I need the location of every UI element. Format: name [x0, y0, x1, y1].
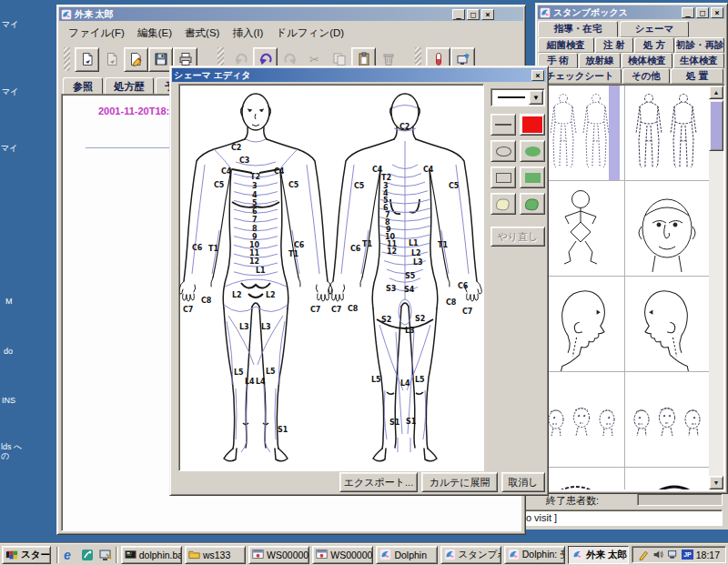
close-button[interactable]: × [711, 7, 723, 18]
desktop-icon-label[interactable]: M [5, 297, 29, 306]
tab-sonota[interactable]: その他 [622, 68, 670, 84]
stamp-thumbnail-profile-left[interactable] [625, 277, 709, 371]
taskbar-button-ws133[interactable]: ws133 [185, 546, 246, 564]
taskbar-button-ws000003[interactable]: WS000003... [248, 546, 309, 564]
jp-input-indicator[interactable]: JP [682, 550, 693, 560]
stamp-thumbnail-dome-flange[interactable] [625, 468, 709, 489]
tab-shochi[interactable]: 処 置 [671, 68, 723, 84]
new-document-button[interactable] [75, 47, 99, 72]
taskbar-button-dolphin[interactable]: Dolphin [376, 546, 437, 564]
main-titlebar[interactable]: 外来 太郎 _ □ × [59, 7, 523, 21]
scroll-down-button[interactable]: ▼ [709, 476, 723, 489]
svg-text:12: 12 [387, 247, 397, 256]
pen-icon[interactable] [638, 549, 650, 560]
toolbar-grip[interactable] [64, 47, 70, 71]
taskbar-button-dolphin-reception[interactable]: Dolphin: 受... [504, 546, 565, 564]
scrollbar-thumb[interactable] [709, 100, 723, 151]
taskbar-separator [116, 547, 118, 563]
ellipse-fill-tool-button[interactable] [520, 140, 545, 162]
line-tool-button[interactable] [490, 114, 516, 136]
taskbar-button-gairai-taro[interactable]: 外来 太郎 [568, 546, 629, 564]
computer-icon[interactable] [667, 549, 679, 560]
start-button[interactable]: スタート [2, 546, 51, 564]
close-icon[interactable]: × [531, 70, 544, 81]
menu-insert[interactable]: 挿入(I) [227, 25, 268, 41]
rect-fill-tool-button[interactable] [520, 166, 545, 188]
expand-to-chart-button[interactable]: カルテに展開 [421, 472, 498, 492]
menu-dolphin[interactable]: ドルフィン(D) [270, 25, 349, 41]
channels-icon[interactable] [80, 548, 95, 562]
tab-houshasen[interactable]: 放射線 [579, 53, 621, 68]
svg-text:L4: L4 [256, 378, 266, 386]
menu-edit[interactable]: 編集(E) [132, 25, 177, 41]
svg-text:C8: C8 [201, 297, 212, 305]
minimize-button[interactable]: _ [452, 9, 465, 20]
maximize-button[interactable]: □ [467, 9, 480, 20]
stampbox-titlebar[interactable]: スタンプボックス _ □ × [538, 5, 725, 19]
desktop-icon-label[interactable]: マイ [1, 144, 25, 153]
chevron-down-icon[interactable]: ▼ [529, 90, 543, 105]
clock[interactable]: 18:17 [696, 550, 720, 560]
show-desktop-icon[interactable] [98, 548, 113, 562]
tab-saikin-kensa[interactable]: 細菌検査 [538, 37, 594, 53]
redo-alt-icon [283, 52, 298, 66]
taskbar-separator [56, 547, 59, 563]
stamp-list-scrollbar[interactable]: ▲ ▼ [709, 86, 723, 489]
stamp-thumbnail-three-heads[interactable] [540, 372, 624, 467]
tab-schema[interactable]: シェーマ [620, 21, 689, 37]
tab-kentai-kensa[interactable]: 検体検査 [622, 53, 672, 68]
front-dermatome-labels: C2C3C4C4C5C5T23456789101112L1C6T1C6T1C8C… [183, 144, 320, 434]
schema-canvas[interactable]: C2C3C4C4C5C5T23456789101112L1C6T1C6T1C8C… [178, 84, 484, 471]
stamp-thumbnail-body[interactable] [625, 86, 709, 180]
svg-text:S5: S5 [405, 272, 416, 280]
menu-file[interactable]: ファイル(F) [63, 25, 130, 41]
speaker-icon[interactable] [652, 549, 664, 560]
stamp-thumbnail-profile-right[interactable] [540, 277, 624, 371]
tab-shidou-zaitaku[interactable]: 指導・在宅 [538, 21, 618, 37]
tab-chusha[interactable]: 注 射 [595, 37, 633, 53]
menu-format[interactable]: 書式(S) [179, 25, 225, 41]
finished-patients-field[interactable] [637, 493, 723, 506]
scroll-up-button[interactable]: ▲ [709, 86, 723, 99]
taskbar-button-stampbox[interactable]: スタンプボッ... [440, 546, 501, 564]
desktop-icon-label[interactable]: マイ [2, 20, 25, 29]
maximize-button[interactable]: □ [696, 7, 709, 18]
export-button[interactable]: エクスポート... [339, 472, 418, 492]
add-document-button[interactable] [99, 47, 124, 72]
current-color-swatch[interactable] [520, 114, 545, 136]
polygon-fill-tool-button[interactable] [520, 193, 545, 215]
line-style-select[interactable]: ▼ [490, 88, 545, 106]
cancel-button[interactable]: 取消し [501, 472, 545, 492]
winshot-icon [316, 549, 328, 560]
rect-tool-button[interactable] [490, 166, 516, 188]
redo-button[interactable]: やり直し [490, 227, 545, 247]
dolphin-icon [571, 549, 583, 560]
minimize-button[interactable]: _ [682, 7, 694, 18]
ellipse-tool-button[interactable] [490, 140, 516, 162]
dialog-titlebar[interactable]: シェーマ エディタ × [172, 68, 546, 82]
edit-document-button[interactable] [124, 47, 148, 72]
reception-list-field[interactable]: No visit ] [515, 510, 723, 526]
stamp-thumbnail-dome[interactable] [540, 468, 624, 489]
tab-seitai-kensa[interactable]: 生体検査 [673, 53, 724, 68]
stamp-thumbnail-face[interactable] [625, 181, 709, 276]
polygon-tool-button[interactable] [490, 193, 516, 215]
tab-shohou[interactable]: 処 方 [634, 37, 674, 53]
close-button[interactable]: × [481, 9, 494, 20]
desktop-icon-label[interactable]: INS [2, 396, 25, 405]
desktop-icon-label[interactable]: do [4, 347, 27, 356]
stamp-thumbnail-body-dermatome[interactable] [540, 86, 624, 180]
stamp-thumbnail-three-heads-2[interactable] [625, 372, 709, 467]
tab-prescription-history[interactable]: 処方歴 [105, 77, 154, 95]
tab-reference[interactable]: 参照 [63, 77, 103, 95]
svg-text:C4: C4 [423, 166, 434, 174]
tab-checksheet[interactable]: チェックシート [538, 68, 622, 84]
taskbar-button-dolphin-bat[interactable]: dolphin.bat [121, 546, 182, 564]
stamp-thumbnail-stick-figure[interactable] [540, 181, 624, 276]
desktop-icon-label[interactable]: マイ [2, 87, 25, 96]
desktop-icon-label[interactable]: lds への [1, 442, 25, 460]
tab-shoshin-saishin[interactable]: 初診・再診 [675, 37, 724, 53]
internet-explorer-icon[interactable] [62, 548, 76, 562]
taskbar-button-ws000004[interactable]: WS000004... [312, 546, 373, 564]
svg-text:C6: C6 [192, 244, 203, 252]
